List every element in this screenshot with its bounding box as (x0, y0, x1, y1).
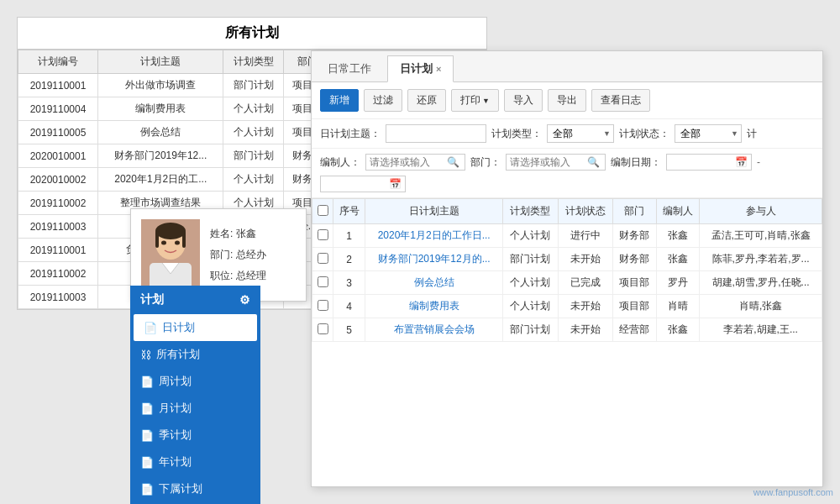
table-cell: 个人计划 (223, 168, 284, 192)
row-checkbox-cell (312, 318, 333, 342)
sidebar-item-季计划[interactable]: 📄季计划 (130, 422, 260, 449)
data-table: 序号日计划主题计划类型计划状态部门编制人参与人 12020年1月2日的工作日..… (312, 198, 822, 342)
creator-cell: 罗丹 (656, 271, 700, 295)
sidebar-item-label: 所有计划 (156, 347, 200, 362)
table-cell: 2020年1月2日的工... (98, 168, 223, 192)
table-cell: 2020010001 (18, 144, 98, 168)
table-cell: 2019110002 (18, 192, 98, 215)
profile-name: 姓名: 张鑫 (210, 227, 266, 241)
print-button[interactable]: 打印 ▼ (451, 89, 499, 112)
sidebar: 计划 ⚙ 📄日计划⛓所有计划📄周计划📄月计划📄季计划📄年计划📄下属计划 (130, 286, 260, 504)
calc-label: 计 (747, 127, 757, 141)
filter-row-2: 编制人： 🔍 部门： 🔍 编制日期： 📅 - 📅 (312, 149, 822, 198)
log-button[interactable]: 查看日志 (591, 89, 650, 112)
sidebar-item-label: 下属计划 (159, 481, 202, 496)
row-num: 5 (333, 318, 365, 342)
profile-info: 姓名: 张鑫 部门: 总经办 职位: 总经理 (210, 219, 266, 291)
subject-cell: 例会总结 (365, 271, 503, 295)
svg-rect-3 (155, 231, 159, 248)
participants-cell: 孟洁,王可可,肖晴,张鑫 (700, 224, 822, 248)
subject-link[interactable]: 2020年1月2日的工作日... (378, 229, 491, 241)
select-all-checkbox[interactable] (318, 205, 328, 216)
table-row[interactable]: 4编制费用表个人计划未开始项目部肖晴肖晴,张鑫 (312, 295, 822, 318)
bg-table-header: 计划编号 (18, 50, 98, 74)
date-end-wrapper: 📅 (320, 176, 406, 192)
status-select-wrapper: 全部未开始进行中已完成 ▼ (675, 124, 742, 143)
row-checkbox[interactable] (318, 323, 328, 334)
new-button[interactable]: 新增 (320, 89, 359, 112)
filter-button[interactable]: 过滤 (364, 89, 402, 112)
table-row[interactable]: 12020年1月2日的工作日...个人计划进行中财务部张鑫孟洁,王可可,肖晴,张… (312, 224, 822, 248)
calendar-icon[interactable]: 📅 (735, 156, 748, 168)
sidebar-item-月计划[interactable]: 📄月计划 (130, 395, 260, 422)
subject-cell: 2020年1月2日的工作日... (365, 224, 503, 248)
creator-cell: 张鑫 (656, 224, 700, 248)
subject-link[interactable]: 编制费用表 (409, 300, 459, 312)
status-badge: 未开始 (558, 248, 612, 271)
status-badge: 未开始 (558, 295, 612, 318)
table-row[interactable]: 5布置营销展会会场部门计划未开始经营部张鑫李若若,胡建,王... (312, 318, 822, 342)
calendar-end-icon[interactable]: 📅 (389, 178, 402, 190)
date-end-input[interactable] (324, 178, 387, 190)
type-select[interactable]: 全部个人计划部门计划 (547, 124, 614, 143)
type-cell: 部门计划 (503, 318, 558, 342)
profile-title: 职位: 总经理 (210, 269, 266, 283)
bg-table-header: 计划类型 (223, 50, 284, 74)
creator-search-icon[interactable]: 🔍 (445, 156, 461, 168)
import-button[interactable]: 导入 (504, 89, 543, 112)
tab-日计划[interactable]: 日计划× (387, 55, 454, 82)
subject-input[interactable] (386, 124, 486, 143)
tab-close-icon[interactable]: × (436, 64, 441, 74)
table-cell: 2019110005 (18, 121, 98, 144)
bg-table-header: 计划主题 (98, 50, 223, 74)
table-row[interactable]: 2财务部门2019年12月的...部门计划未开始财务部张鑫陈菲,罗丹,李若若,罗… (312, 248, 822, 271)
filter-row-1: 日计划主题： 计划类型： 全部个人计划部门计划 ▼ 计划状态： 全部未开始进行中… (312, 119, 822, 149)
date-start-input[interactable] (670, 156, 733, 168)
row-checkbox[interactable] (318, 253, 328, 264)
type-cell: 个人计划 (503, 224, 558, 248)
sidebar-item-label: 年计划 (159, 454, 192, 470)
participants-cell: 李若若,胡建,王... (700, 318, 822, 342)
participants-cell: 肖晴,张鑫 (700, 295, 822, 318)
sidebar-item-年计划[interactable]: 📄年计划 (130, 449, 260, 475)
row-checkbox[interactable] (318, 300, 328, 311)
nav-icon: 📄 (140, 402, 154, 415)
row-checkbox-cell (312, 248, 333, 271)
table-row[interactable]: 3例会总结个人计划已完成项目部罗丹胡建,胡雪,罗丹,任晓... (312, 271, 822, 295)
tab-日常工作[interactable]: 日常工作 (315, 55, 384, 82)
sidebar-item-日计划[interactable]: 📄日计划 (134, 314, 257, 341)
main-table-header: 编制人 (656, 199, 700, 224)
row-checkbox[interactable] (318, 229, 328, 240)
sidebar-item-下属计划[interactable]: 📄下属计划 (130, 475, 260, 502)
type-cell: 个人计划 (503, 271, 558, 295)
status-select[interactable]: 全部未开始进行中已完成 (675, 124, 742, 143)
nav-icon: 📄 (140, 456, 154, 469)
creator-input[interactable] (370, 156, 445, 168)
row-checkbox[interactable] (318, 276, 328, 287)
sidebar-item-周计划[interactable]: 📄周计划 (130, 368, 260, 395)
participants-cell: 陈菲,罗丹,李若若,罗... (700, 248, 822, 271)
export-button[interactable]: 导出 (548, 89, 586, 112)
subject-link[interactable]: 财务部门2019年12月的... (378, 253, 491, 265)
creator-cell: 肖晴 (656, 295, 700, 318)
dept-search-icon[interactable]: 🔍 (585, 156, 601, 168)
sidebar-item-所有计划[interactable]: ⛓所有计划 (130, 341, 260, 368)
subject-link[interactable]: 例会总结 (414, 276, 454, 288)
main-table-header: 计划状态 (558, 199, 612, 224)
nav-icon: 📄 (140, 429, 154, 442)
table-cell: 个人计划 (223, 97, 284, 121)
date-separator: - (757, 156, 760, 168)
restore-button[interactable]: 还原 (407, 89, 446, 112)
main-table-header: 日计划主题 (365, 199, 503, 224)
gear-icon[interactable]: ⚙ (239, 293, 250, 307)
dept-input[interactable] (510, 156, 585, 168)
participants-cell: 胡建,胡雪,罗丹,任晓... (700, 271, 822, 295)
tabs-bar: 日常工作日计划× (312, 51, 822, 82)
main-panel: 日常工作日计划× 新增 过滤 还原 打印 ▼ 导入 导出 查看日志 日计划主题：… (311, 50, 823, 487)
main-table-header: 计划类型 (503, 199, 558, 224)
sidebar-item-label: 日计划 (162, 320, 195, 335)
subject-cell: 编制费用表 (365, 295, 503, 318)
subject-link[interactable]: 布置营销展会会场 (394, 323, 475, 335)
nav-icon: ⛓ (140, 349, 151, 361)
creator-cell: 张鑫 (656, 318, 700, 342)
